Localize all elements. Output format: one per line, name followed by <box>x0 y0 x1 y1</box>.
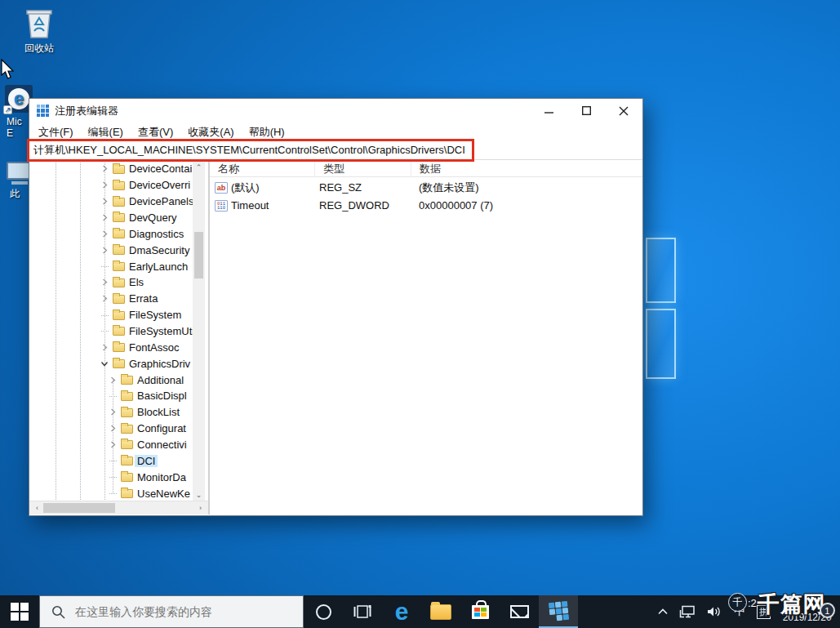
tree-item-EarlyLaunch[interactable]: EarlyLaunch <box>29 258 194 274</box>
mail-icon <box>510 605 529 618</box>
menu-item-查看(V)[interactable]: 查看(V) <box>131 125 180 140</box>
tree-item-DeviceContai[interactable]: DeviceContai <box>29 161 194 177</box>
tree-item-label: DCI <box>135 455 158 467</box>
collapse-arrow-icon[interactable] <box>100 359 109 368</box>
minimize-button[interactable] <box>530 99 567 122</box>
mail-button[interactable] <box>500 595 539 628</box>
expand-arrow-icon[interactable] <box>100 212 109 222</box>
column-header-名称[interactable]: 名称 <box>210 161 314 177</box>
tray-expand-button[interactable] <box>652 595 673 628</box>
watermark-text: 千篇网 <box>758 590 826 619</box>
tree-item-DevicePanels[interactable]: DevicePanels <box>29 194 194 210</box>
tree-item-BasicDispl[interactable]: BasicDispl <box>29 388 194 404</box>
search-input[interactable] <box>75 605 279 618</box>
tree-item-Els[interactable]: Els <box>29 274 194 291</box>
shortcut-arrow-icon: ↗ <box>3 105 12 114</box>
expand-arrow-icon[interactable] <box>100 197 109 207</box>
tree-item-MonitorDa[interactable]: MonitorDa <box>29 469 194 485</box>
scroll-right-icon[interactable]: › <box>194 501 207 514</box>
start-button[interactable] <box>0 595 39 628</box>
maximize-button[interactable] <box>567 99 605 122</box>
tree-item-FontAssoc[interactable]: FontAssoc <box>29 339 194 355</box>
site-watermark: 千 :2 千篇网 1 <box>728 590 835 619</box>
menu-item-收藏夹(A)[interactable]: 收藏夹(A) <box>180 125 241 140</box>
scroll-down-icon[interactable]: ⌄ <box>193 488 205 501</box>
tree-leaf-connector <box>109 396 117 397</box>
address-path: 计算机\HKEY_LOCAL_MACHINE\SYSTEM\CurrentCon… <box>29 143 465 158</box>
taskbar-search-box[interactable] <box>39 595 304 628</box>
value-row-(默认)[interactable]: ab(默认)REG_SZ(数值未设置) <box>210 179 642 197</box>
file-explorer-button[interactable] <box>421 595 460 628</box>
tree-item-DmaSecurity[interactable]: DmaSecurity <box>29 242 194 258</box>
tree-item-label: BasicDispl <box>135 390 189 402</box>
value-row-Timeout[interactable]: 011110TimeoutREG_DWORD0x00000007 (7) <box>210 197 642 215</box>
tree-item-DeviceOverri[interactable]: DeviceOverri <box>29 177 194 194</box>
vertical-scroll-thumb[interactable] <box>194 232 203 278</box>
folder-icon <box>113 262 125 271</box>
wallpaper-windows-logo-pane-top <box>646 238 676 303</box>
expand-arrow-icon[interactable] <box>108 424 118 434</box>
reg-dword-icon: 011110 <box>215 200 228 212</box>
tree-item-Errata[interactable]: Errata <box>29 291 194 307</box>
folder-icon <box>113 359 125 368</box>
tree-item-UseNewKe[interactable]: UseNewKe <box>29 485 194 501</box>
network-tray-button[interactable] <box>673 595 701 628</box>
store-icon <box>472 605 489 619</box>
expand-arrow-icon[interactable] <box>108 375 118 385</box>
folder-icon <box>113 229 125 238</box>
tree-item-DCI[interactable]: DCI <box>29 452 194 469</box>
wallpaper-windows-logo-pane-bottom <box>646 309 676 379</box>
recycle-bin-icon <box>24 7 54 39</box>
expand-arrow-icon[interactable] <box>100 180 109 190</box>
expand-arrow-icon[interactable] <box>100 278 109 287</box>
edge-icon: e <box>395 599 409 624</box>
expand-arrow-icon[interactable] <box>100 164 109 174</box>
expand-arrow-icon[interactable] <box>108 408 118 417</box>
folder-icon <box>121 408 133 417</box>
menu-item-帮助(H)[interactable]: 帮助(H) <box>242 125 292 140</box>
menu-item-文件(F)[interactable]: 文件(F) <box>31 125 81 140</box>
window-titlebar[interactable]: 注册表编辑器 <box>29 99 642 122</box>
expand-arrow-icon[interactable] <box>100 245 109 255</box>
scroll-left-icon[interactable]: ‹ <box>31 501 43 514</box>
tree-item-DevQuery[interactable]: DevQuery <box>29 210 194 226</box>
tree-item-label: FileSystem <box>127 309 184 321</box>
task-view-button[interactable] <box>343 595 382 628</box>
menu-item-编辑(E)[interactable]: 编辑(E) <box>81 125 131 140</box>
close-button[interactable] <box>605 99 642 122</box>
tree-item-Diagnostics[interactable]: Diagnostics <box>29 225 194 242</box>
menu-bar: 文件(F)编辑(E)查看(V)收藏夹(A)帮助(H) <box>29 122 642 141</box>
column-header-类型[interactable]: 类型 <box>314 161 411 177</box>
tree-item-BlockList[interactable]: BlockList <box>29 404 194 421</box>
edge-button[interactable]: e <box>382 595 421 628</box>
store-button[interactable] <box>460 595 500 628</box>
tree-item-Configurat[interactable]: Configurat <box>29 421 194 437</box>
folder-icon <box>113 278 125 287</box>
horizontal-scroll-thumb[interactable] <box>43 503 115 513</box>
desktop-icon-recycle-bin[interactable]: 回收站 <box>10 7 69 54</box>
folder-icon <box>113 295 125 304</box>
scroll-up-icon[interactable]: ⌃ <box>193 161 205 173</box>
cortana-button[interactable] <box>304 595 343 628</box>
tree-item-label: MonitorDa <box>135 471 189 483</box>
registry-editor-taskbar-button[interactable] <box>539 595 578 628</box>
tree-item-Connectivi[interactable]: Connectivi <box>29 437 194 453</box>
tree-item-FileSystemUti[interactable]: FileSystemUti <box>29 323 194 340</box>
tree-item-GraphicsDriv[interactable]: GraphicsDriv <box>29 355 194 372</box>
value-type: REG_SZ <box>319 179 362 197</box>
value-data: 0x00000007 (7) <box>419 197 493 215</box>
expand-arrow-icon[interactable] <box>100 342 109 352</box>
column-header-数据[interactable]: 数据 <box>411 161 639 177</box>
tree-horizontal-scrollbar[interactable]: ‹ › <box>29 501 208 514</box>
address-bar[interactable]: 计算机\HKEY_LOCAL_MACHINE\SYSTEM\CurrentCon… <box>29 141 642 160</box>
volume-tray-button[interactable] <box>701 595 728 628</box>
expand-arrow-icon[interactable] <box>100 294 109 304</box>
expand-arrow-icon[interactable] <box>108 439 118 449</box>
tree-vertical-scrollbar[interactable]: ⌃ ⌄ <box>193 161 205 501</box>
tree-item-FileSystem[interactable]: FileSystem <box>29 307 194 323</box>
search-icon <box>51 605 65 619</box>
windows-logo-icon <box>11 603 29 621</box>
tree-item-Additional[interactable]: Additional <box>29 372 194 388</box>
tree-item-label: DmaSecurity <box>127 244 192 256</box>
expand-arrow-icon[interactable] <box>100 229 109 238</box>
